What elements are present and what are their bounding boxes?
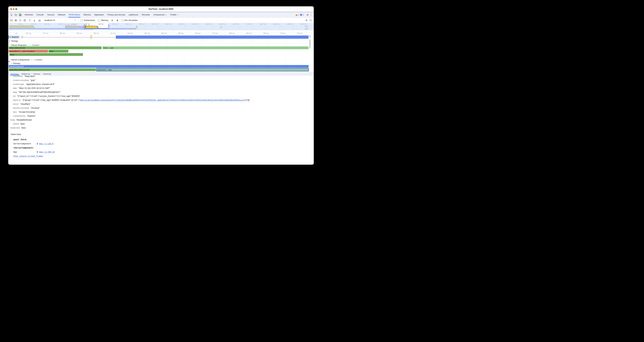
property-key: bodyUsed — [10, 127, 20, 129]
help-icon[interactable]: ? — [309, 19, 312, 22]
extension-gem-icon[interactable] — [18, 13, 22, 17]
server-requests-header[interactable]: ▼ Server Requests ⚛ — Custom — [9, 44, 39, 47]
details-tabbar: SummaryBottom-upCall treeEvent log — [8, 72, 314, 76]
settings-gear-icon[interactable]: ⚙ — [307, 14, 309, 16]
property-row: bodyReadableStream — [8, 118, 314, 122]
save-profile-icon[interactable] — [32, 19, 36, 22]
timings-label-text: Timings — [11, 40, 18, 42]
flame-bar[interactable]: delay — [48, 50, 68, 53]
timeline-overview[interactable]: 97 ms197 ms297 ms397 ms497 ms597 ms697 m… — [8, 23, 314, 32]
collapse-tracks-icon[interactable] — [116, 19, 119, 22]
device-toolbar-icon[interactable] — [14, 13, 18, 17]
stack-frame: await fetch — [8, 138, 314, 142]
flame-bar[interactable]: delay — [9, 53, 83, 56]
property-key: date — [13, 87, 17, 89]
primary-subtrack-header[interactable]: ▼ Primary — [11, 62, 20, 65]
flame-bar[interactable]: await fetch (…/api) — [96, 68, 308, 71]
tab-lighthouse[interactable]: Lighthouse — [127, 12, 140, 18]
property-row: content-encoding"gzip" — [8, 78, 314, 82]
reload-record-icon[interactable] — [18, 19, 22, 22]
performance-toolbar: localhost #4 ▼ Screenshots Memory Dim 3 — [8, 18, 314, 23]
clear-icon[interactable] — [23, 19, 26, 22]
property-row: date"Wed, 01 Oct 2025 18:32:01 GMT" — [8, 86, 314, 90]
flamechart-tracks: ▶ Network ▶ Timings ▼ Server Requests ⚛ … — [8, 35, 314, 72]
property-key: report-to — [13, 99, 20, 101]
warning-badge[interactable]: 1 — [296, 14, 299, 16]
details-tab-event-log[interactable]: Event log — [42, 72, 52, 75]
home-icon[interactable] — [38, 19, 42, 22]
property-key: nel — [13, 95, 16, 97]
property-value: "W/\"4b1-RjEJloX9kRinu6F0MAZMmy6E5iA\"" — [18, 91, 61, 93]
ruler-tick — [65, 34, 66, 35]
details-tab-call-tree[interactable]: Call tree — [32, 72, 42, 75]
record-icon[interactable] — [14, 19, 18, 22]
scrollbar-thumb[interactable] — [310, 40, 310, 48]
selection-handle-right[interactable] — [108, 25, 109, 28]
server-components-header[interactable]: ▼ Server Components ⚛ — Custom — [9, 58, 42, 61]
report-to-url-link[interactable]: https://a.nel.cloudflare.com/report/v4?s… — [80, 99, 246, 101]
load-profile-icon[interactable] — [28, 19, 32, 22]
tab-components[interactable]: Components⚛ — [152, 12, 168, 18]
scrollbar-thumb[interactable] — [310, 35, 310, 38]
property-row: etag"W/\"4b1-RjEJloX9kRinu6F0MAZMmy6E5iA… — [8, 90, 314, 94]
network-event-marker[interactable] — [90, 35, 92, 39]
tab-elements[interactable]: Elements — [23, 12, 35, 18]
screenshots-checkbox[interactable]: Screenshots — [81, 19, 95, 22]
frame-name: ServerComponent — [13, 142, 37, 146]
tab-performance[interactable]: Performance — [67, 12, 82, 18]
flame-bar[interactable]: ServerComponent — [9, 65, 308, 68]
network-track[interactable]: ▶ Network — [8, 35, 314, 39]
ruler-tick-label: 617 ms — [105, 33, 116, 34]
details-tab-summary[interactable]: Summary — [9, 72, 20, 75]
inspect-element-icon[interactable] — [10, 13, 13, 17]
tab-recorder[interactable]: Recorder — [140, 12, 152, 18]
selection-handle-left[interactable] — [84, 25, 85, 28]
frame-name: await fetch — [13, 138, 37, 142]
show-ignore-listed-frames-link[interactable]: Show ignore-listed frames — [13, 155, 43, 157]
tab-profiler[interactable]: Profiler⚛ — [168, 12, 180, 18]
property-value: "chunked" — [30, 107, 40, 109]
message-badge[interactable]: 1 — [300, 14, 304, 16]
desktop: DevTools - localhost:3000/ ElementsConso… — [0, 0, 322, 171]
timings-track[interactable]: ▶ Timings — [9, 39, 18, 43]
custom-suffix: — Custom — [30, 44, 39, 46]
property-value: "gzip" — [30, 79, 36, 81]
screenshots-label: Screenshots — [84, 19, 95, 22]
tab-application[interactable]: Application — [92, 12, 106, 18]
show-ignore-listed-frames-link: Show ignore-listed frames — [8, 154, 314, 158]
ruler-tick-label: 717 ms — [274, 33, 286, 34]
ruler-tick — [269, 34, 269, 35]
divider — [115, 19, 115, 22]
tabbar-right: 1 1 ⚙ ⋮ — [296, 14, 314, 16]
property-value: "Wed, 01 Oct 2025 18:32:01 GMT" — [18, 87, 50, 89]
profile-select-value: localhost #4 — [44, 19, 55, 22]
flame-bar[interactable]: await delay (deferred text) — [9, 68, 96, 71]
capture-settings-gear-icon[interactable]: ⚙ — [306, 19, 308, 22]
ruler-tick-label: 707 ms — [257, 33, 268, 34]
checkbox-icon — [98, 19, 100, 22]
property-value: "application/json; charset=utf-8" — [26, 83, 55, 85]
frame-name: App — [13, 150, 37, 154]
tab-sources[interactable]: Sources — [46, 12, 56, 18]
memory-checkbox[interactable]: Memory — [98, 19, 108, 22]
tab-memory[interactable]: Memory — [82, 12, 92, 18]
source-location-link[interactable]: App.js:190:16 — [39, 151, 55, 153]
tab-console[interactable]: Console — [35, 12, 46, 18]
source-location-link[interactable]: App.js:128:9 — [39, 142, 54, 145]
kebab-menu-icon[interactable]: ⋮ — [310, 14, 312, 16]
toggle-sidebar-icon[interactable] — [10, 19, 13, 22]
server-components-title: Server Components — [11, 59, 30, 61]
dim-3rd-parties-checkbox[interactable]: Dim 3rd parties — [121, 19, 138, 22]
flame-bar[interactable]: fetch (…/api) — [102, 47, 308, 49]
details-tab-bottom-up[interactable]: Bottom-up — [20, 72, 32, 75]
tab-network[interactable]: Network — [56, 12, 67, 18]
network-request-bar[interactable] — [116, 36, 308, 39]
network-track-label[interactable]: ▶ Network — [9, 36, 20, 39]
flame-bar[interactable]: delay (deferred text) — [9, 47, 102, 49]
profile-select[interactable]: localhost #4 ▼ — [43, 19, 77, 22]
garbage-collect-icon[interactable] — [110, 19, 114, 22]
ruler-tick-label: 677 ms — [206, 33, 218, 34]
flame-bar[interactable]: delayedError (…ayed exception) — [9, 50, 48, 53]
tab-privacy-and-security[interactable]: Privacy and security — [106, 12, 127, 18]
custom-suffix: — Custom — [33, 59, 42, 61]
